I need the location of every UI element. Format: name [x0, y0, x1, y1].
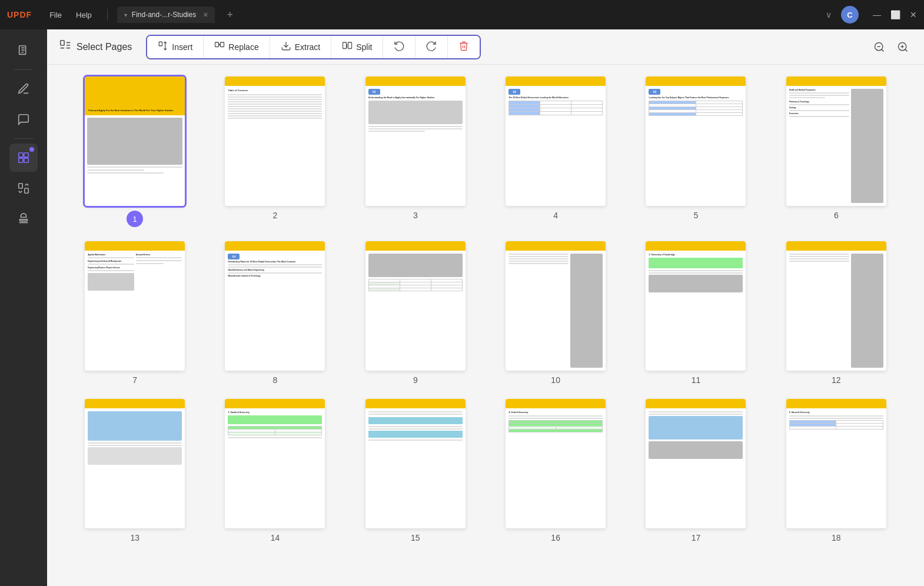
page-thumb-3[interactable]: 01 Understanding the Need to Apply Inter… — [351, 76, 480, 227]
menu-bar: File Help — [44, 8, 98, 22]
page-number-13: 13 — [130, 533, 139, 542]
page-thumb-18[interactable]: 6. Harvard University 18 — [772, 399, 900, 542]
tab-title: Find-and-...r-Studies — [132, 11, 196, 19]
insert-button[interactable]: Insert — [147, 36, 204, 58]
page-image-2: Table of Contents — [225, 76, 325, 206]
menu-help[interactable]: Help — [70, 8, 98, 22]
titlebar: UPDF File Help ▾ Find-and-...r-Studies ×… — [0, 0, 924, 29]
window-controls: — ⬜ ✕ — [873, 10, 917, 19]
split-icon — [342, 41, 353, 54]
insert-icon — [158, 41, 168, 54]
zoom-in-button[interactable] — [893, 38, 912, 56]
page-thumb-6[interactable]: Health and Medical Preparation Pharmacy … — [772, 76, 900, 227]
page-grid: Find and Apply For the Best Institutes I… — [47, 65, 924, 586]
page-thumb-13[interactable]: 13 — [71, 399, 199, 542]
page-image-9 — [365, 241, 466, 371]
extract-icon — [281, 41, 291, 54]
rotate-cw-button[interactable] — [416, 36, 448, 58]
page-thumb-8[interactable]: 04 Scholarship Rules for 10 Best Global … — [211, 241, 339, 385]
page-thumb-16[interactable]: 4. Oxford University 16 — [491, 399, 620, 542]
titlebar-sep — [107, 9, 108, 21]
replace-button[interactable]: Replace — [204, 36, 270, 58]
sidebar-icon-pages[interactable] — [9, 36, 38, 65]
extract-button[interactable]: Extract — [270, 36, 332, 58]
page-thumb-15[interactable]: 15 — [351, 399, 480, 542]
replace-icon — [214, 41, 225, 54]
zoom-controls — [870, 38, 912, 56]
sidebar-icon-convert[interactable] — [9, 174, 38, 202]
page-image-13 — [85, 399, 185, 528]
page-number-18: 18 — [832, 533, 841, 542]
page-number-14: 14 — [271, 533, 280, 542]
toolbar-actions-group: Insert Replace — [146, 35, 481, 59]
page-number-17: 17 — [692, 533, 701, 542]
minimize-button[interactable]: — — [873, 10, 881, 19]
page-thumb-14[interactable]: 3. Stanford University 14 — [211, 399, 339, 542]
tabs-overflow-button[interactable]: ∨ — [826, 10, 832, 19]
page-image-18: 6. Harvard University — [786, 399, 886, 528]
page-number-3: 3 — [413, 211, 418, 220]
replace-label: Replace — [228, 42, 258, 52]
page-image-15 — [365, 399, 466, 528]
avatar[interactable]: C — [841, 6, 859, 24]
split-button[interactable]: Split — [331, 36, 383, 58]
new-tab-button[interactable]: + — [222, 9, 238, 21]
page-thumb-1[interactable]: Find and Apply For the Best Institutes I… — [71, 76, 199, 227]
page-image-4: 02 The 10 Best Global Universities Leadi… — [506, 76, 606, 206]
select-pages-label: Select Pages — [77, 42, 132, 52]
svg-rect-5 — [19, 184, 22, 188]
page-thumb-17[interactable]: 17 — [631, 399, 760, 542]
page-image-16: 4. Oxford University — [506, 399, 606, 528]
page-image-7: Applied Mathematics Engineering and Indu… — [85, 241, 185, 371]
page-number-4: 4 — [553, 211, 558, 220]
page-number-8: 8 — [273, 375, 278, 385]
extract-label: Extract — [295, 42, 321, 52]
sidebar-icon-comment[interactable] — [9, 105, 38, 134]
svg-rect-9 — [215, 42, 219, 47]
active-tab[interactable]: ▾ Find-and-...r-Studies × — [117, 6, 215, 23]
rotate-ccw-button[interactable] — [383, 36, 416, 58]
toolbar: Select Pages Insert — [47, 29, 924, 65]
app-logo: UPDF — [7, 10, 32, 19]
page-number-6: 6 — [834, 211, 839, 220]
page-thumb-5[interactable]: 03 Looking Into the Top Subject Majors T… — [631, 76, 760, 227]
page-number-7: 7 — [132, 375, 137, 385]
sidebar-divider-2 — [14, 138, 33, 139]
page-thumb-7[interactable]: Applied Mathematics Engineering and Indu… — [71, 241, 199, 385]
page-thumb-4[interactable]: 02 The 10 Best Global Universities Leadi… — [491, 76, 620, 227]
sidebar-icon-edit[interactable] — [9, 75, 38, 103]
page-thumb-10[interactable]: 10 — [491, 241, 620, 385]
page-thumb-9[interactable]: 9 — [351, 241, 480, 385]
tab-dropdown-icon[interactable]: ▾ — [124, 12, 127, 18]
page-thumb-12[interactable]: 12 — [772, 241, 900, 385]
sidebar-divider-1 — [14, 69, 33, 70]
page-number-10: 10 — [551, 375, 560, 385]
delete-button[interactable] — [448, 36, 480, 58]
page-number-9: 9 — [413, 375, 418, 385]
page-number-16: 16 — [551, 533, 560, 542]
tab-close-button[interactable]: × — [203, 10, 208, 19]
rotate-ccw-icon — [394, 41, 404, 54]
page-image-10 — [506, 241, 606, 371]
svg-rect-6 — [25, 188, 28, 193]
sidebar-icon-stamp[interactable] — [9, 205, 38, 233]
page-number-12: 12 — [832, 375, 841, 385]
svg-rect-8 — [159, 42, 162, 46]
page-image-3: 01 Understanding the Need to Apply Inter… — [365, 76, 466, 206]
page-number-5: 5 — [694, 211, 699, 220]
split-label: Split — [356, 42, 372, 52]
sidebar-icon-organize[interactable] — [9, 144, 38, 172]
maximize-button[interactable]: ⬜ — [890, 10, 900, 19]
close-button[interactable]: ✕ — [910, 10, 917, 19]
page-number-11: 11 — [692, 375, 701, 385]
page-thumb-2[interactable]: Table of Contents 2 — [211, 76, 339, 227]
page-number-2: 2 — [273, 211, 278, 220]
delete-icon — [458, 41, 469, 54]
menu-file[interactable]: File — [44, 8, 68, 22]
zoom-out-button[interactable] — [870, 38, 889, 56]
active-indicator — [29, 147, 34, 152]
svg-rect-12 — [348, 42, 352, 49]
page-thumb-11[interactable]: 2. University of Cambridge 11 — [631, 241, 760, 385]
svg-rect-2 — [24, 153, 28, 157]
select-pages-icon — [59, 39, 72, 55]
